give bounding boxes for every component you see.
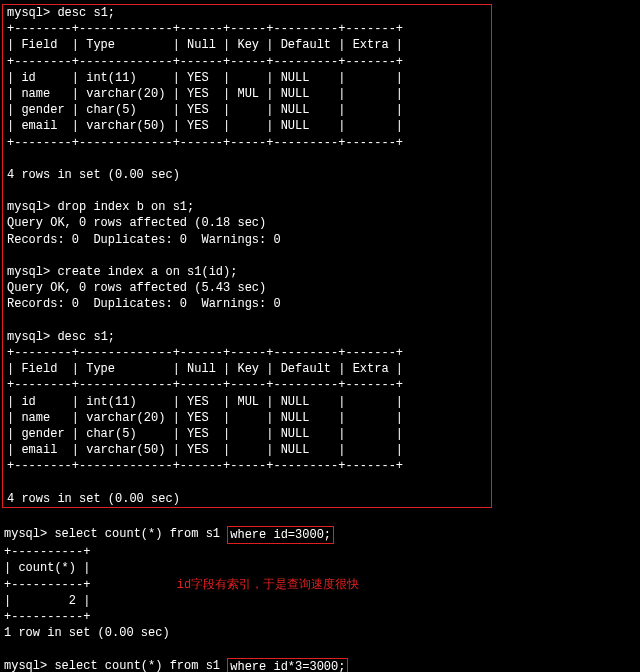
blank [3,313,491,329]
anno-1 [90,578,176,592]
cmd-text: drop index b on s1; [57,200,194,214]
blank [3,183,491,199]
rows-in-set: 4 rows in set (0.00 sec) [3,167,491,183]
prompt: mysql> [7,265,50,279]
cmd-pre: select count(*) from s1 [54,659,227,673]
row: | name | varchar(20) | YES | | NULL | | [3,410,491,426]
hdr: | count(*) | [0,560,640,576]
prompt: mysql> [4,659,47,673]
cmd-desc-1: mysql> desc s1; [3,5,491,21]
cmd-desc-2: mysql> desc s1; [3,329,491,345]
sep-text: +----------+ [4,578,90,592]
cmd-select-1: mysql> select count(*) from s1 where id=… [0,526,640,544]
hdr: | Field | Type | Null | Key | Default | … [3,361,491,377]
sep: +--------+-------------+------+-----+---… [3,54,491,70]
row: | gender | char(5) | YES | | NULL | | [3,426,491,442]
hdr: | Field | Type | Null | Key | Default | … [3,37,491,53]
sep: +----------+ [0,544,640,560]
terminal-root: mysql> desc s1; +--------+-------------+… [0,0,640,672]
row: | gender | char(5) | YES | | NULL | | [3,102,491,118]
cmd-drop-index: mysql> drop index b on s1; [3,199,491,215]
anno-1-text: id字段有索引，于是查询速度很快 [177,578,359,592]
box-where-1: where id=3000; [227,526,334,544]
sep: +--------+-------------+------+-----+---… [3,345,491,361]
blank [0,510,640,526]
prompt: mysql> [7,330,50,344]
sep: +--------+-------------+------+-----+---… [3,21,491,37]
blank [3,151,491,167]
sep: +--------+-------------+------+-----+---… [3,458,491,474]
blank [3,248,491,264]
query-ok: Query OK, 0 rows affected (0.18 sec) [3,215,491,231]
sep: +--------+-------------+------+-----+---… [3,135,491,151]
cmd-pre: select count(*) from s1 [54,527,227,541]
prompt: mysql> [4,527,47,541]
row: | id | int(11) | YES | MUL | NULL | | [3,394,491,410]
sep: +--------+-------------+------+-----+---… [3,377,491,393]
rows-in-set: 4 rows in set (0.00 sec) [3,491,491,507]
prompt: mysql> [7,6,50,20]
row: | email | varchar(50) | YES | | NULL | | [3,118,491,134]
row: | id | int(11) | YES | | NULL | | [3,70,491,86]
box-desc-drop-create-desc: mysql> desc s1; +--------+-------------+… [2,4,492,508]
sep: +----------+ [0,609,640,625]
blank [0,641,640,657]
records: Records: 0 Duplicates: 0 Warnings: 0 [3,232,491,248]
cmd-create-index: mysql> create index a on s1(id); [3,264,491,280]
one-row: 1 row in set (0.00 sec) [0,625,640,641]
cmd-text: desc s1; [57,6,115,20]
cmd-text: create index a on s1(id); [57,265,237,279]
query-ok: Query OK, 0 rows affected (5.43 sec) [3,280,491,296]
cmd-text: desc s1; [57,330,115,344]
records: Records: 0 Duplicates: 0 Warnings: 0 [3,296,491,312]
prompt: mysql> [7,200,50,214]
row: | email | varchar(50) | YES | | NULL | | [3,442,491,458]
blank [3,474,491,490]
box-where-2: where id*3=3000; [227,658,348,673]
sep: +----------+ id字段有索引，于是查询速度很快 [0,577,640,593]
row: | name | varchar(20) | YES | MUL | NULL … [3,86,491,102]
cmd-select-2: mysql> select count(*) from s1 where id*… [0,658,640,673]
val: | 2 | [0,593,640,609]
